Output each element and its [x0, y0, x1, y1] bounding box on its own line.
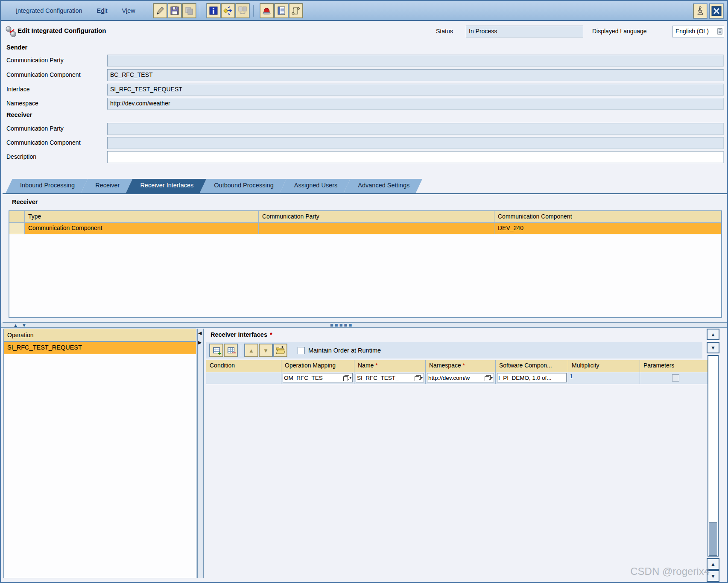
condition-column-header[interactable]: Condition: [206, 360, 281, 372]
splitter-collapse-up-icon[interactable]: ▲: [13, 323, 18, 328]
receiver-communication-party-field: [107, 123, 724, 135]
maintain-order-checkbox[interactable]: [298, 347, 305, 354]
toolbar-separator: [200, 5, 200, 17]
receiver-communication-party-label: Communication Party: [6, 125, 64, 132]
splitter-collapse-left-icon[interactable]: ◀: [198, 330, 202, 336]
name-input[interactable]: SI_RFC_TEST_ ▾: [356, 373, 424, 382]
splitter-collapse-down-icon[interactable]: ▼: [22, 323, 26, 328]
status-field: In Process: [466, 26, 583, 38]
dropdown-arrow-icon[interactable]: ▾: [349, 376, 351, 380]
compare-button[interactable]: [236, 3, 249, 18]
namespace-column-header[interactable]: Namespace *: [426, 360, 496, 372]
communication-party-cell[interactable]: [259, 223, 494, 234]
toolbar-group-object: [207, 3, 250, 18]
type-cell[interactable]: Communication Component: [25, 223, 259, 234]
add-row-button[interactable]: +: [210, 344, 223, 357]
sender-communication-component-field: BC_RFC_TEST: [107, 69, 724, 81]
communication-party-column-header[interactable]: Communication Party: [259, 211, 494, 223]
operation-mapping-input[interactable]: OM_RFC_TES ▾: [283, 373, 353, 382]
info-icon: [209, 6, 218, 15]
scrollbar-thumb[interactable]: [709, 522, 717, 556]
copy-button[interactable]: [182, 3, 196, 18]
add-row-icon: +: [213, 347, 220, 353]
delete-row-button[interactable]: −: [224, 344, 237, 357]
condition-cell[interactable]: [206, 372, 281, 384]
operation-mapping-cell[interactable]: OM_RFC_TES ▾: [281, 372, 354, 384]
close-icon: [711, 6, 722, 16]
menu-integrated-configuration[interactable]: Integrated Configuration: [16, 7, 82, 14]
header-row: Edit Integrated Configuration Status In …: [1, 22, 727, 41]
page-title: Edit Integrated Configuration: [18, 27, 106, 34]
splitter-handle-dots[interactable]: ■■■■■: [330, 324, 353, 327]
tab-receiver[interactable]: Receiver: [81, 179, 132, 193]
receiver-interfaces-panel: Receiver Interfaces* + − ▲ ▼ Maintain Or…: [205, 329, 703, 578]
namespace-cell[interactable]: http://dev.com/w ▾: [426, 372, 496, 384]
scroll-up-button[interactable]: ▲: [707, 329, 719, 340]
value-help-icon[interactable]: [485, 375, 490, 381]
parameters-column-header[interactable]: Parameters: [640, 360, 711, 372]
copy-icon: [184, 6, 194, 15]
multiplicity-cell[interactable]: 1: [568, 372, 640, 384]
dropdown-list-icon[interactable]: [717, 28, 723, 35]
tab-assigned-users[interactable]: Assigned Users: [280, 179, 351, 193]
splitter-collapse-right-icon[interactable]: ▶: [198, 340, 202, 345]
scroll-button[interactable]: [289, 3, 303, 18]
operation-column-header[interactable]: Operation: [4, 329, 196, 342]
ledger-icon: [277, 6, 286, 15]
edit-pencil-button[interactable]: [153, 3, 167, 18]
displayed-language-select[interactable]: English (OL): [672, 26, 724, 38]
dropdown-arrow-icon[interactable]: ▾: [491, 376, 493, 380]
dropdown-arrow-icon[interactable]: ▾: [421, 376, 423, 380]
software-component-cell[interactable]: I_PI_DEMO, 1.0 of...: [496, 372, 568, 384]
move-up-button[interactable]: ▲: [245, 344, 258, 357]
hat-button[interactable]: [260, 3, 274, 18]
name-cell[interactable]: SI_RFC_TEST_ ▾: [354, 372, 426, 384]
software-component-input[interactable]: I_PI_DEMO, 1.0 of...: [497, 373, 567, 382]
operation-row-selected[interactable]: SI_RFC_TEST_REQUEST: [4, 342, 196, 354]
vertical-splitter[interactable]: ◀ ▶ ■■■■■: [197, 329, 204, 578]
scroll-down-button[interactable]: ▼: [707, 342, 719, 353]
multiplicity-column-header[interactable]: Multiplicity: [568, 360, 640, 372]
tab-outbound-processing[interactable]: Outbound Processing: [199, 179, 286, 193]
info-button[interactable]: [207, 3, 220, 18]
open-folder-button[interactable]: [274, 344, 287, 357]
required-mark: *: [270, 331, 272, 338]
operation-panel: Operation SI_RFC_TEST_REQUEST: [3, 329, 196, 578]
row-selector-cell[interactable]: [9, 223, 25, 234]
close-button[interactable]: [710, 4, 723, 18]
receiver-interfaces-table: Condition Operation Mapping Name * Names…: [206, 360, 711, 384]
move-down-button[interactable]: ▼: [259, 344, 272, 357]
tab-receiver-interfaces[interactable]: Receiver Interfaces: [126, 179, 206, 193]
window-controls: [692, 4, 724, 18]
receiver-panel-title: Receiver: [12, 198, 38, 205]
pawn-button[interactable]: [693, 4, 707, 18]
ledger-button[interactable]: [275, 3, 288, 18]
selector-column-header[interactable]: [9, 211, 25, 223]
open-folder-icon: [275, 346, 286, 355]
sender-communication-party-label: Communication Party: [6, 57, 64, 64]
receiver-table-row-selected[interactable]: Communication Component DEV_240: [9, 223, 721, 234]
menu-view[interactable]: View: [122, 7, 135, 14]
software-component-column-header[interactable]: Software Compon...: [496, 360, 568, 372]
value-help-icon[interactable]: [415, 375, 420, 381]
type-column-header[interactable]: Type: [25, 211, 259, 223]
communication-component-cell[interactable]: DEV_240: [494, 223, 721, 234]
tab-advanced-settings[interactable]: Advanced Settings: [343, 179, 422, 193]
name-column-header[interactable]: Name *: [354, 360, 426, 372]
scrollbar-track[interactable]: [708, 355, 719, 557]
move-up-icon: ▲: [249, 347, 254, 354]
operation-mapping-column-header[interactable]: Operation Mapping: [281, 360, 354, 372]
namespace-input[interactable]: http://dev.com/w ▾: [427, 373, 494, 382]
delete-row-icon: −: [228, 347, 234, 353]
parameters-checkbox[interactable]: [672, 374, 679, 382]
menu-edit[interactable]: Edit: [97, 7, 108, 14]
communication-component-column-header[interactable]: Communication Component: [494, 211, 721, 223]
receiver-interfaces-data-row[interactable]: OM_RFC_TES ▾ SI_RFC_TEST_ ▾ http://dev.c…: [206, 372, 711, 384]
interface-field: SI_RFC_TEST_REQUEST: [107, 84, 724, 96]
description-field[interactable]: [107, 151, 724, 163]
connections-button[interactable]: [221, 3, 235, 18]
value-help-icon[interactable]: [343, 375, 349, 381]
tab-inbound-processing[interactable]: Inbound Processing: [6, 179, 88, 193]
horizontal-splitter[interactable]: ▲ ▼ ■■■■■: [1, 323, 727, 328]
save-button[interactable]: [168, 3, 181, 18]
